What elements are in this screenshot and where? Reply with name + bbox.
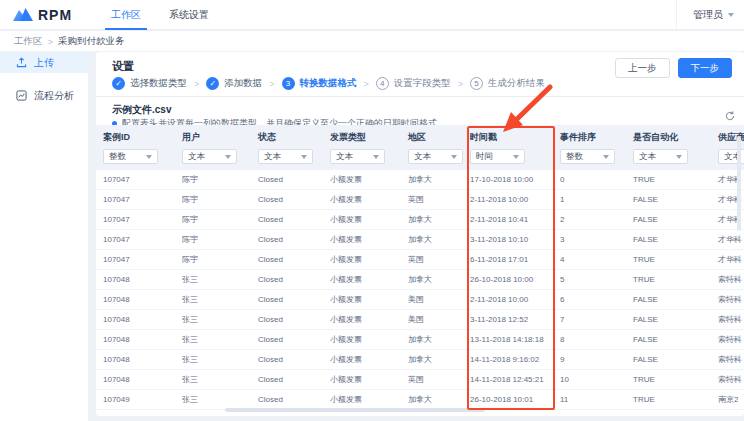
chevron-down-icon xyxy=(513,155,519,159)
table-row: 107048张三Closed小额发票英国14-11-2018 12:45:211… xyxy=(96,370,744,390)
sidebar-item-label: 上传 xyxy=(34,56,54,70)
table-row: 107048张三Closed小额发票加拿大26-10-2018 10:005TR… xyxy=(96,270,744,290)
tab-system-settings[interactable]: 系统设置 xyxy=(155,0,223,30)
table-cell: 索特科 xyxy=(711,374,744,385)
table-cell: 陈宇 xyxy=(175,214,251,225)
column-type-select[interactable]: 整数 xyxy=(560,149,615,164)
logo-mountain-icon xyxy=(13,7,33,22)
table-cell: 索特科 xyxy=(711,354,744,365)
table-cell: Closed xyxy=(251,215,323,224)
column-header: 时间戳 xyxy=(463,125,553,146)
tab-workspace[interactable]: 工作区 xyxy=(97,0,155,30)
chevron-down-icon xyxy=(728,13,734,17)
table-cell: Closed xyxy=(251,235,323,244)
refresh-icon[interactable] xyxy=(724,110,736,122)
table-cell: FALSE xyxy=(626,295,711,304)
table-cell: 26-10-2018 10:01 xyxy=(463,395,553,404)
chevron-down-icon xyxy=(225,155,231,159)
table-cell: 107048 xyxy=(96,355,175,364)
table-cell: TRUE xyxy=(626,395,711,404)
select-value: 文本 xyxy=(414,151,431,163)
sidebar-item-upload[interactable]: 上传 xyxy=(0,52,88,73)
table-cell: 107047 xyxy=(96,235,175,244)
app-logo: RPM xyxy=(13,7,89,23)
table-row: 107048张三Closed小额发票美国2-11-2018 10:006FALS… xyxy=(96,290,744,310)
settings-card: 设置 上一步 下一步 选择数据类型 > 添加数据 > 3 转换数据格式 > 4 … xyxy=(96,52,744,416)
step-separator: > xyxy=(194,79,199,89)
table-cell: 2-11-2018 10:00 xyxy=(463,195,553,204)
chevron-down-icon xyxy=(603,155,609,159)
chevron-down-icon xyxy=(451,155,457,159)
table-cell: 小额发票 xyxy=(323,314,401,325)
table-row: 107047陈宇Closed小额发票英国2-11-2018 10:001FALS… xyxy=(96,190,744,210)
table-cell: Closed xyxy=(251,395,323,404)
table-row: 107047陈宇Closed小额发票加拿大3-11-2018 10:103FAL… xyxy=(96,230,744,250)
step-label: 选择数据类型 xyxy=(130,77,187,90)
process-analysis-icon xyxy=(16,90,27,101)
breadcrumb-separator: > xyxy=(48,36,54,47)
select-value: 整数 xyxy=(566,151,583,163)
column-type-select[interactable]: 文本 xyxy=(182,149,237,164)
column-header: 是否自动化 xyxy=(626,125,711,146)
table-cell: FALSE xyxy=(626,355,711,364)
step-label: 添加数据 xyxy=(224,77,262,90)
column-type-select[interactable]: 文本 xyxy=(330,149,385,164)
step-number: 4 xyxy=(376,77,389,90)
user-menu[interactable]: 管理员 xyxy=(676,0,734,30)
wizard-buttons: 上一步 下一步 xyxy=(615,58,732,78)
table-head: 案例ID用户状态发票类型地区时间戳事件排序是否自动化供应商 整数文本文本文本文本… xyxy=(96,125,744,170)
step-set-field-type[interactable]: 4 设置字段类型 xyxy=(376,77,451,90)
table-cell: 索特科 xyxy=(711,274,744,285)
step-generate-result[interactable]: 5 生成分析结果 xyxy=(470,77,545,90)
vertical-scrollbar[interactable] xyxy=(737,136,741,231)
column-type-select[interactable]: 整数 xyxy=(103,149,158,164)
table-cell: 张三 xyxy=(175,374,251,385)
step-convert-data-format[interactable]: 3 转换数据格式 xyxy=(282,77,357,90)
column-type-cell: 文本 xyxy=(323,146,401,170)
table-cell: 小额发票 xyxy=(323,254,401,265)
sample-file-name: 示例文件.csv xyxy=(112,103,171,117)
active-tab-underline xyxy=(105,28,147,30)
sidebar-item-process-analysis[interactable]: 流程分析 xyxy=(0,85,88,106)
table-type-row: 整数文本文本文本文本时间整数文本文本 xyxy=(96,146,744,170)
page-title: 设置 xyxy=(112,59,134,74)
step-label: 转换数据格式 xyxy=(300,77,357,90)
table-cell: 加拿大 xyxy=(401,394,463,405)
step-separator: > xyxy=(269,79,274,89)
table-cell: 陈宇 xyxy=(175,194,251,205)
breadcrumb-item-workspace[interactable]: 工作区 xyxy=(14,35,43,48)
column-type-cell: 文本 xyxy=(401,146,463,170)
table-cell: Closed xyxy=(251,335,323,344)
table-cell: 小额发票 xyxy=(323,194,401,205)
table-cell: Closed xyxy=(251,295,323,304)
table-cell: 加拿大 xyxy=(401,234,463,245)
step-add-data[interactable]: 添加数据 xyxy=(206,77,262,90)
step-separator: > xyxy=(458,79,463,89)
column-type-select[interactable]: 文本 xyxy=(408,149,463,164)
table-cell: 加拿大 xyxy=(401,334,463,345)
next-step-button[interactable]: 下一步 xyxy=(678,58,733,78)
table-cell: Closed xyxy=(251,275,323,284)
tab-label: 系统设置 xyxy=(169,8,209,22)
table-row: 107047陈宇Closed小额发票加拿大17-10-2018 10:000TR… xyxy=(96,170,744,190)
column-type-select[interactable]: 文本 xyxy=(633,149,688,164)
table-cell: Closed xyxy=(251,255,323,264)
table-cell: 107049 xyxy=(96,395,175,404)
table-cell: 11 xyxy=(553,395,626,404)
table-cell: 0 xyxy=(553,175,626,184)
table-cell: FALSE xyxy=(626,235,711,244)
prev-step-button[interactable]: 上一步 xyxy=(615,58,670,78)
table-cell: 7 xyxy=(553,315,626,324)
select-value: 文本 xyxy=(188,151,205,163)
table-cell: 索特科 xyxy=(711,294,744,305)
chevron-down-icon xyxy=(146,155,152,159)
column-type-select[interactable]: 时间 xyxy=(470,149,525,164)
step-select-data-type[interactable]: 选择数据类型 xyxy=(112,77,187,90)
column-type-select[interactable]: 文本 xyxy=(258,149,313,164)
table-cell: 13-11-2018 14:18:18 xyxy=(463,335,553,344)
table-cell: 陈宇 xyxy=(175,174,251,185)
horizontal-scrollbar[interactable] xyxy=(225,408,485,412)
table-cell: 才华科 xyxy=(711,254,744,265)
tab-label: 工作区 xyxy=(111,8,141,22)
table-cell: 107047 xyxy=(96,175,175,184)
